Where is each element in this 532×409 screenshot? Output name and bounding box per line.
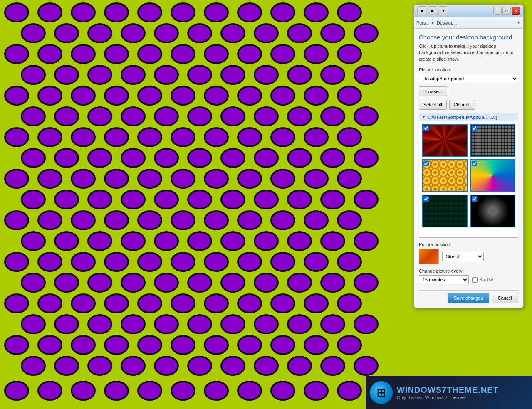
svg-point-46 bbox=[38, 86, 62, 105]
svg-point-69 bbox=[72, 128, 95, 146]
svg-point-14 bbox=[88, 24, 111, 42]
image-thumb-4 bbox=[471, 160, 515, 191]
svg-point-118 bbox=[238, 211, 261, 229]
svg-point-119 bbox=[271, 211, 294, 229]
svg-point-156 bbox=[38, 294, 62, 313]
svg-point-190 bbox=[88, 357, 111, 375]
image-item-2[interactable] bbox=[470, 124, 516, 157]
svg-point-121 bbox=[338, 211, 361, 229]
image-item-4[interactable] bbox=[470, 159, 516, 192]
svg-point-9 bbox=[271, 3, 294, 22]
change-picture-section: Change picture every: 15 minutes 10 seco… bbox=[419, 269, 518, 284]
svg-point-58 bbox=[88, 107, 111, 126]
image-checkbox-5[interactable] bbox=[423, 196, 429, 202]
cancel-button[interactable]: Cancel bbox=[492, 293, 518, 303]
maximize-button[interactable]: □ bbox=[502, 7, 511, 15]
title-bar: ◀ ▶ ▼ – □ ✕ bbox=[414, 5, 523, 17]
minimize-button[interactable]: – bbox=[493, 7, 502, 15]
win7-logo-icon: ⊞ bbox=[370, 381, 393, 404]
image-item-1[interactable] bbox=[422, 124, 468, 157]
svg-point-151 bbox=[255, 273, 278, 292]
clear-all-button[interactable]: Clear all bbox=[449, 100, 475, 110]
forward-button[interactable]: ▶ bbox=[428, 6, 437, 15]
recent-button[interactable]: ▼ bbox=[439, 6, 448, 15]
svg-point-51 bbox=[205, 86, 228, 105]
svg-point-181 bbox=[138, 336, 161, 354]
image-item-5[interactable] bbox=[422, 195, 468, 227]
svg-point-125 bbox=[121, 232, 145, 250]
bottom-button-row: Save changes Cancel bbox=[419, 290, 518, 303]
svg-point-18 bbox=[221, 24, 245, 42]
svg-point-72 bbox=[171, 128, 195, 146]
svg-point-134 bbox=[38, 253, 62, 271]
svg-point-114 bbox=[105, 211, 128, 229]
image-item-6[interactable] bbox=[470, 195, 516, 227]
back-button[interactable]: ◀ bbox=[417, 6, 426, 15]
select-all-button[interactable]: Select all bbox=[419, 100, 447, 110]
browse-button[interactable]: Browse... bbox=[419, 86, 447, 96]
image-grid-container[interactable]: ▼ C:\Users\Softpedia\AppDa... (10) bbox=[419, 113, 518, 238]
svg-point-104 bbox=[155, 190, 178, 209]
svg-point-163 bbox=[271, 294, 294, 313]
svg-point-209 bbox=[338, 382, 361, 400]
folder-header: ▼ C:\Users\Softpedia\AppDa... (10) bbox=[419, 113, 518, 121]
svg-point-207 bbox=[271, 382, 294, 400]
svg-point-202 bbox=[105, 382, 128, 400]
svg-point-75 bbox=[271, 128, 294, 146]
svg-point-199 bbox=[5, 382, 28, 400]
image-checkbox-4[interactable] bbox=[472, 161, 477, 166]
breadcrumb-desktop[interactable]: Desktop... bbox=[437, 20, 458, 25]
svg-point-116 bbox=[171, 211, 195, 229]
svg-point-20 bbox=[288, 24, 311, 42]
picture-location-label: Picture location: bbox=[419, 67, 518, 72]
svg-point-109 bbox=[321, 190, 344, 209]
address-dropdown-arrow[interactable]: ▼ bbox=[517, 20, 521, 25]
svg-point-8 bbox=[238, 3, 261, 22]
svg-point-23 bbox=[5, 45, 28, 63]
svg-point-148 bbox=[155, 273, 178, 292]
svg-point-29 bbox=[205, 45, 228, 63]
save-changes-button[interactable]: Save changes bbox=[448, 293, 489, 303]
window-controls: – □ ✕ bbox=[493, 7, 520, 15]
close-button[interactable]: ✕ bbox=[512, 7, 520, 15]
svg-point-53 bbox=[271, 86, 294, 105]
svg-point-170 bbox=[155, 315, 178, 333]
svg-point-60 bbox=[155, 107, 178, 126]
svg-point-41 bbox=[255, 66, 278, 84]
svg-point-88 bbox=[354, 149, 378, 167]
svg-point-48 bbox=[105, 86, 128, 105]
svg-point-108 bbox=[288, 190, 311, 209]
svg-point-73 bbox=[205, 128, 228, 146]
svg-point-103 bbox=[121, 190, 145, 209]
image-item-3[interactable] bbox=[422, 159, 468, 192]
svg-point-90 bbox=[38, 170, 62, 188]
svg-point-49 bbox=[138, 86, 161, 105]
folder-expand-icon: ▼ bbox=[422, 115, 426, 119]
svg-point-112 bbox=[38, 211, 62, 229]
shuffle-checkbox[interactable] bbox=[472, 277, 478, 283]
svg-point-128 bbox=[221, 232, 245, 250]
image-checkbox-6[interactable] bbox=[472, 196, 477, 202]
position-select[interactable]: Stretch Fill Fit Tile Center bbox=[442, 252, 484, 261]
svg-point-68 bbox=[38, 128, 62, 146]
image-checkbox-2[interactable] bbox=[472, 126, 477, 131]
picture-location-select[interactable]: DesktopBackground bbox=[419, 74, 518, 83]
svg-point-113 bbox=[72, 211, 95, 229]
breadcrumb-pers[interactable]: Pers... bbox=[416, 20, 430, 25]
svg-point-26 bbox=[105, 45, 128, 63]
svg-point-11 bbox=[338, 3, 361, 22]
svg-point-98 bbox=[304, 170, 328, 188]
time-interval-select[interactable]: 15 minutes 10 seconds 30 seconds 1 minut… bbox=[419, 275, 469, 284]
svg-point-133 bbox=[5, 253, 28, 271]
svg-point-135 bbox=[72, 253, 95, 271]
svg-point-82 bbox=[155, 149, 178, 167]
svg-point-117 bbox=[205, 211, 228, 229]
image-checkbox-1[interactable] bbox=[423, 126, 429, 131]
svg-point-66 bbox=[354, 107, 378, 126]
svg-point-111 bbox=[5, 211, 28, 229]
svg-point-45 bbox=[5, 86, 28, 105]
svg-point-175 bbox=[321, 315, 344, 333]
svg-point-136 bbox=[105, 253, 128, 271]
image-checkbox-3[interactable] bbox=[423, 161, 429, 166]
svg-point-36 bbox=[88, 66, 111, 84]
